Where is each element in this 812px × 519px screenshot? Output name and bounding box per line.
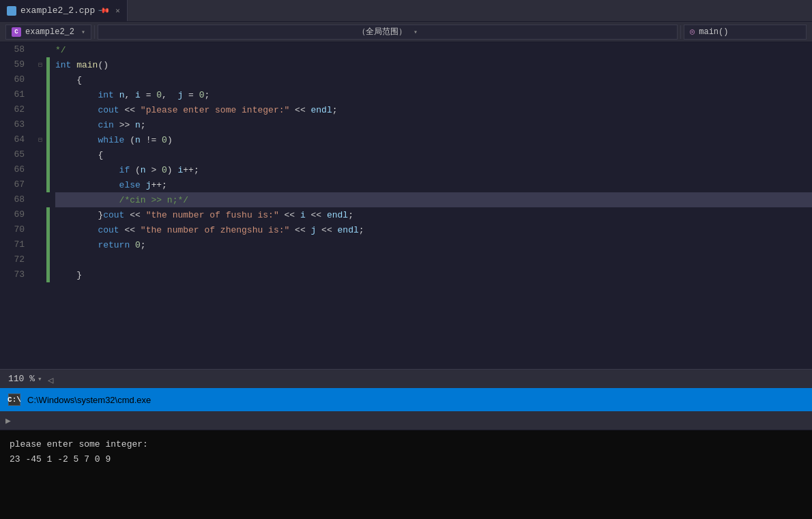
fold-indicator[interactable]: ⊟ [34,132,46,147]
line-number: 59 [0,57,29,72]
scope-label: （全局范围） [358,26,407,38]
status-bar: 110 % ▾ ◁ [0,369,812,388]
toolbar-sep-1 [94,25,95,39]
terminal-header-path: C:\Windows\system32\cmd.exe [27,395,151,405]
code-line[interactable]: */ [55,42,812,57]
fold-indicator [34,162,46,177]
terminal-output: please enter some integer:23 -45 1 -2 5 … [0,430,812,519]
file-name-label: example2_2 [25,27,74,37]
line-number: 65 [0,147,29,162]
code-line[interactable]: return 0; [55,237,812,252]
fold-indicator [34,192,46,207]
fold-indicator [34,42,46,57]
line-number: 69 [0,207,29,222]
toolbar-sep-2 [680,25,681,39]
terminal-output-line: please enter some integer: [10,437,802,452]
code-line[interactable]: if (n > 0) i++; [55,162,812,177]
terminal-section: C:\ C:\Windows\system32\cmd.exe ▶ please… [0,388,812,519]
line-number: 63 [0,117,29,132]
tab-filename: example2_2.cpp [20,5,95,16]
file-dropdown-arrow: ▾ [81,28,85,36]
close-icon[interactable]: ✕ [115,6,120,15]
editor-main: 58596061626364656667686970717273 ⊟⊟ */in… [0,42,812,369]
fold-indicator [34,177,46,192]
line-number: 62 [0,102,29,117]
line-number: 60 [0,72,29,87]
code-line[interactable]: { [55,72,812,87]
toolbar: C example2_2 ▾ （全局范围） ▾ ◎ main() [0,22,812,42]
line-number: 71 [0,237,29,252]
tab-bar: example2_2.cpp 📌 ✕ [0,0,812,22]
fold-indicator[interactable]: ⊟ [34,57,46,72]
code-line[interactable]: int n, i = 0, j = 0; [55,87,812,102]
scope-selector[interactable]: （全局范围） ▾ [98,25,678,40]
line-number: 73 [0,267,29,282]
fold-indicator [34,102,46,117]
terminal-input-icon: ▶ [5,415,11,426]
terminal-input-bar: ▶ [0,411,812,430]
editor-wrapper: 58596061626364656667686970717273 ⊟⊟ */in… [0,42,812,388]
fold-indicator [34,237,46,252]
line-number: 70 [0,222,29,237]
line-number: 64 [0,132,29,147]
code-line[interactable]: int main() [55,57,812,72]
line-number: 72 [0,252,29,267]
file-type-icon: C [12,27,21,37]
zoom-label: 110 % [8,374,35,384]
file-icon [7,6,16,16]
tab-example2-2[interactable]: example2_2.cpp 📌 ✕ [0,0,128,21]
code-line[interactable]: cin >> n; [55,117,812,132]
zoom-dropdown-arrow: ▾ [38,374,42,383]
line-number: 67 [0,177,29,192]
scope-dropdown-arrow: ▾ [414,28,418,36]
func-icon: ◎ [690,27,695,37]
fold-indicator [34,87,46,102]
line-number: 58 [0,42,29,57]
fold-indicator [34,147,46,162]
code-line[interactable] [55,252,812,267]
fold-indicator [34,117,46,132]
terminal-header: C:\ C:\Windows\system32\cmd.exe [0,388,812,411]
func-selector[interactable]: ◎ main() [684,25,807,40]
pin-icon[interactable]: 📌 [98,4,111,17]
terminal-output-line: 23 -45 1 -2 5 7 0 9 [10,452,802,467]
line-numbers: 58596061626364656667686970717273 [0,42,34,369]
func-name-label: main() [699,27,728,37]
zoom-control[interactable]: 110 % ▾ [8,374,42,384]
code-line[interactable]: cout << "please enter some integer:" << … [55,102,812,117]
code-line[interactable]: } [55,267,812,282]
fold-indicator [34,267,46,282]
fold-indicator [34,252,46,267]
code-line[interactable]: else j++; [55,177,812,192]
code-line[interactable]: { [55,147,812,162]
fold-indicator [34,222,46,237]
code-line[interactable]: }cout << "the number of fushu is:" << i … [55,207,812,222]
code-content[interactable]: */int main() { int n, i = 0, j = 0; cout… [50,42,812,369]
code-line[interactable]: while (n != 0) [55,132,812,147]
code-line[interactable]: cout << "the number of zhengshu is:" << … [55,222,812,237]
fold-indicator [34,207,46,222]
line-number: 68 [0,192,29,207]
line-number: 61 [0,87,29,102]
scroll-left-icon[interactable]: ◁ [48,374,57,384]
fold-gutter: ⊟⊟ [34,42,46,369]
terminal-cmd-icon: C:\ [8,394,20,406]
fold-indicator [34,72,46,87]
file-selector[interactable]: C example2_2 ▾ [5,25,91,40]
line-number: 66 [0,162,29,177]
code-line[interactable]: /*cin >> n;*/ [55,192,812,207]
